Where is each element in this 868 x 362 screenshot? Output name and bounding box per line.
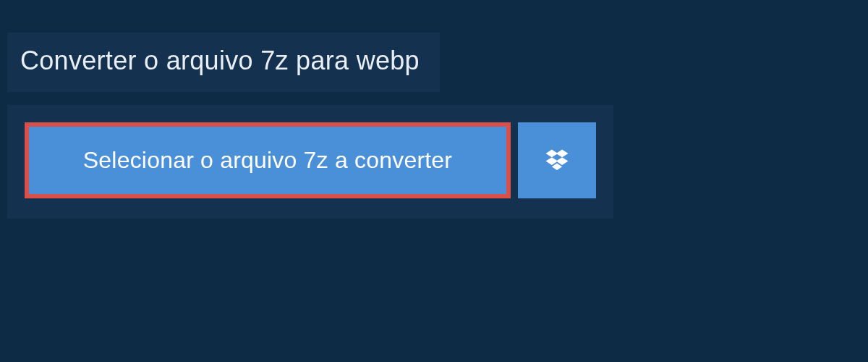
- select-file-label: Selecionar o arquivo 7z a converter: [83, 147, 452, 174]
- upload-panel: Selecionar o arquivo 7z a converter: [7, 105, 613, 219]
- dropbox-icon: [543, 147, 571, 174]
- page-header: Converter o arquivo 7z para webp: [7, 33, 440, 92]
- select-file-button[interactable]: Selecionar o arquivo 7z a converter: [25, 122, 511, 198]
- page-title: Converter o arquivo 7z para webp: [20, 46, 420, 76]
- button-row: Selecionar o arquivo 7z a converter: [25, 122, 596, 198]
- dropbox-button[interactable]: [518, 122, 596, 198]
